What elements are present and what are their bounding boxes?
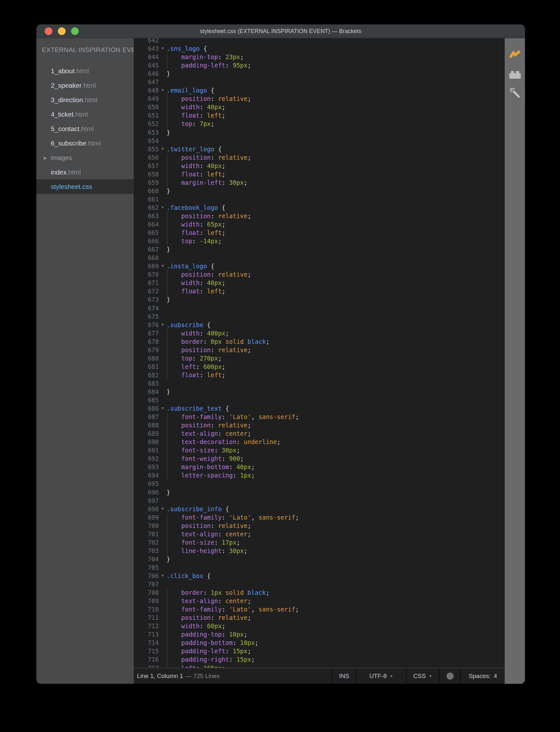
code-line[interactable]: 659 margin-left: 30px; (134, 178, 505, 187)
code-line[interactable]: 715 padding-left: 15px; (134, 647, 505, 655)
code-line[interactable]: 679 position: relative; (134, 346, 505, 354)
code-line[interactable]: 674 (134, 304, 505, 312)
fold-arrow-icon[interactable]: ▼ (159, 321, 167, 329)
code-line[interactable]: 655▼.twitter_logo { (134, 145, 505, 153)
close-button[interactable] (45, 27, 52, 35)
file-tree-item[interactable]: 6_subscribe.html (36, 136, 134, 150)
code-line[interactable]: 677 width: 400px; (134, 329, 505, 338)
disclosure-triangle-icon[interactable]: ▶ (44, 155, 47, 160)
code-line[interactable]: 660} (134, 187, 505, 195)
code-line[interactable]: 681 left: 600px; (134, 363, 505, 371)
extension-manager-button[interactable] (509, 69, 521, 81)
code-line[interactable]: 669▼.insta_logo { (134, 262, 505, 270)
code-line[interactable]: 651 float: left; (134, 111, 505, 120)
code-line[interactable]: 705 (134, 563, 505, 572)
code-line[interactable]: 714 padding-bottom: 10px; (134, 638, 505, 647)
code-line[interactable]: 665 float: left; (134, 229, 505, 237)
code-line[interactable]: 654 (134, 137, 505, 145)
code-line[interactable]: 646} (134, 69, 505, 78)
code-line[interactable]: 700 position: relative; (134, 521, 505, 530)
code-line[interactable]: 699 font-family: 'Lato', sans-serif; (134, 513, 505, 521)
code-line[interactable]: 690 text-decoration: underline; (134, 438, 505, 446)
file-tree-folder[interactable]: ▶images (36, 150, 134, 165)
code-line[interactable]: 650 width: 40px; (134, 103, 505, 111)
title-bar[interactable]: stylesheet.css (EXTERNAL INSPIRATION EVE… (36, 24, 525, 38)
code-line[interactable]: 695 (134, 479, 505, 488)
code-line[interactable]: 717 left: 165px; (134, 664, 505, 668)
code-line[interactable]: 653} (134, 128, 505, 137)
file-tree-item[interactable]: stylesheet.css (36, 179, 134, 194)
code-line[interactable]: 661 (134, 195, 505, 203)
code-line[interactable]: 708 border: 1px solid black; (134, 588, 505, 597)
encoding-dropdown[interactable]: UTF-8 ▼ (356, 668, 406, 684)
code-line[interactable]: 647 (134, 78, 505, 86)
indentation-setting[interactable]: Spaces: 4 (460, 668, 505, 684)
code-line[interactable]: 707 (134, 580, 505, 588)
file-tree-item[interactable]: 2_speaker.html (36, 78, 134, 93)
code-line[interactable]: 692 font-weight: 900; (134, 454, 505, 463)
code-line[interactable]: 697 (134, 496, 505, 505)
fold-arrow-icon[interactable]: ▼ (159, 262, 167, 270)
code-line[interactable]: 667} (134, 245, 505, 254)
code-line[interactable]: 710 font-family: 'Lato', sans-serif; (134, 605, 505, 613)
code-line[interactable]: 701 text-align: center; (134, 530, 505, 538)
code-line[interactable]: 687 font-family: 'Lato', sans-serif; (134, 412, 505, 421)
insert-mode-toggle[interactable]: INS (332, 668, 356, 684)
fold-arrow-icon[interactable]: ▼ (159, 145, 167, 153)
code-line[interactable]: 689 text-align: center; (134, 429, 505, 438)
code-line[interactable]: 696} (134, 488, 505, 496)
code-line[interactable]: 711 position: relative; (134, 613, 505, 622)
code-line[interactable]: 668 (134, 254, 505, 262)
code-line[interactable]: 680 top: 270px; (134, 354, 505, 363)
file-tree-item[interactable]: 5_contact.html (36, 122, 134, 136)
zoom-button[interactable] (71, 27, 79, 35)
code-line[interactable]: 698▼.subscribe_info { (134, 505, 505, 513)
code-line[interactable]: 642 (134, 38, 505, 44)
code-line[interactable]: 643▼.sns_logo { (134, 44, 505, 53)
code-line[interactable]: 649 position: relative; (134, 95, 505, 103)
code-line[interactable]: 702 font-size: 17px; (134, 538, 505, 547)
code-line[interactable]: 644 margin-top: 23px; (134, 53, 505, 61)
code-line[interactable]: 666 top: -14px; (134, 237, 505, 245)
code-line[interactable]: 662▼.facebook_logo { (134, 203, 505, 212)
minimize-button[interactable] (58, 27, 66, 35)
code-line[interactable]: 671 width: 40px; (134, 279, 505, 287)
fold-arrow-icon[interactable]: ▼ (159, 44, 167, 53)
fold-arrow-icon[interactable]: ▼ (159, 86, 167, 95)
code-line[interactable]: 676▼.subscribe { (134, 321, 505, 329)
code-line[interactable]: 716 padding-right: 15px; (134, 655, 505, 664)
code-line[interactable]: 645 padding-left: 95px; (134, 61, 505, 69)
code-line[interactable]: 652 top: 7px; (134, 120, 505, 128)
file-tree-item[interactable]: 3_direction.html (36, 93, 134, 107)
code-line[interactable]: 686▼.subscribe_text { (134, 404, 505, 412)
code-line[interactable]: 683 (134, 379, 505, 387)
code-line[interactable]: 658 float: left; (134, 170, 505, 178)
code-line[interactable]: 656 position: relative; (134, 153, 505, 162)
fold-arrow-icon[interactable]: ▼ (159, 203, 167, 212)
code-line[interactable]: 684} (134, 387, 505, 396)
file-tree-item[interactable]: 1_about.html (36, 64, 134, 78)
code-line[interactable]: 664 width: 65px; (134, 220, 505, 229)
live-preview-button[interactable] (509, 49, 521, 60)
code-line[interactable]: 713 padding-top: 10px; (134, 630, 505, 638)
code-line[interactable]: 685 (134, 396, 505, 404)
code-line[interactable]: 706▼.click_box { (134, 572, 505, 580)
code-line[interactable]: 657 width: 40px; (134, 162, 505, 170)
fold-arrow-icon[interactable]: ▼ (159, 505, 167, 513)
fold-arrow-icon[interactable]: ▼ (159, 404, 167, 412)
code-line[interactable]: 694 letter-spacing: 1px; (134, 471, 505, 479)
code-line[interactable]: 703 line-height: 30px; (134, 547, 505, 555)
code-line[interactable]: 678 border: 0px solid black; (134, 338, 505, 346)
code-line[interactable]: 663 position: relative; (134, 212, 505, 220)
language-dropdown[interactable]: CSS ▼ (406, 668, 439, 684)
code-line[interactable]: 682 float: left; (134, 371, 505, 379)
code-line[interactable]: 704} (134, 555, 505, 563)
code-line[interactable]: 693 margin-bottom: 40px; (134, 463, 505, 471)
code-line[interactable]: 672 float: left; (134, 287, 505, 295)
code-line[interactable]: 712 width: 60px; (134, 622, 505, 630)
lint-status-segment[interactable] (439, 668, 460, 684)
fold-arrow-icon[interactable]: ▼ (159, 572, 167, 580)
file-tree-item[interactable]: index.html (36, 165, 134, 179)
no-distractions-button[interactable] (509, 87, 521, 99)
code-line[interactable]: 648▼.email_logo { (134, 86, 505, 95)
